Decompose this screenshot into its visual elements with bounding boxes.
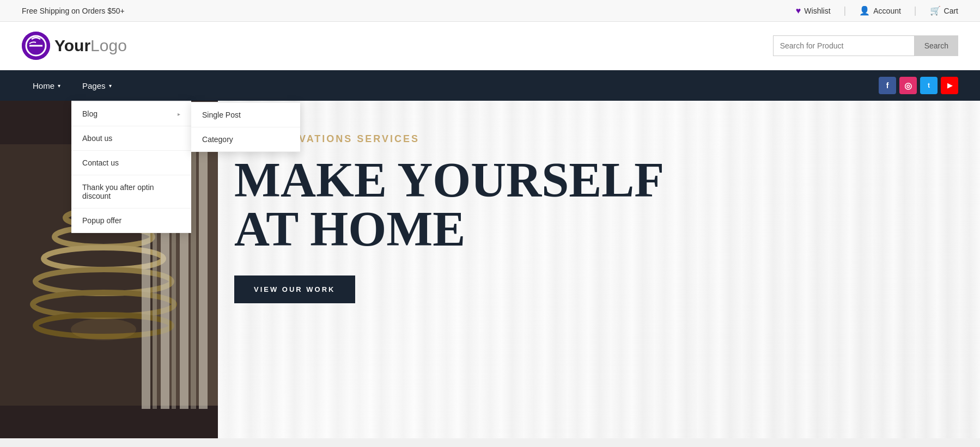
- shipping-notice: Free Shipping on Orders $50+: [22, 7, 125, 15]
- hero-title: MAKE YOURSELF AT HOME: [234, 156, 958, 254]
- dropdown-about-label: About us: [82, 134, 112, 143]
- logo-bold: Your: [54, 36, 90, 54]
- submenu-category[interactable]: Category: [191, 127, 300, 152]
- dropdown-popup-label: Popup offer: [82, 216, 121, 225]
- logo-svg: [22, 32, 50, 60]
- submenu-category-label: Category: [202, 135, 233, 144]
- svg-rect-23: [191, 137, 196, 409]
- svg-rect-24: [199, 137, 208, 409]
- dropdown-contact-label: Contact us: [82, 158, 119, 167]
- ig-letter: ◎: [904, 81, 912, 91]
- cart-icon: 🛒: [930, 5, 941, 16]
- dropdown-item-contact[interactable]: Contact us: [71, 151, 191, 175]
- social-icons: f ◎ t ▶: [879, 77, 958, 94]
- svg-point-15: [71, 319, 136, 340]
- search-button[interactable]: Search: [915, 35, 958, 56]
- pages-chevron-icon: ▾: [109, 83, 112, 89]
- logo-text: YourLogo: [54, 36, 127, 55]
- wishlist-label: Wishlist: [804, 7, 830, 15]
- dropdown-item-thankyou[interactable]: Thank you after optin discount: [71, 175, 191, 209]
- submenu-single-post-label: Single Post: [202, 111, 241, 119]
- submenu-single-post[interactable]: Single Post: [191, 103, 300, 127]
- yt-icon: ▶: [947, 82, 952, 89]
- hero-title-line1: MAKE YOURSELF: [234, 156, 958, 205]
- nav-pages[interactable]: Pages ▾ Blog ▸ Single Post Category: [71, 70, 123, 101]
- nav-home-label: Home: [33, 81, 54, 90]
- cart-label: Cart: [944, 7, 958, 15]
- top-bar-actions: ♥ Wishlist | 👤 Account | 🛒 Cart: [796, 5, 958, 16]
- youtube-icon[interactable]: ▶: [941, 77, 958, 94]
- separator-2: |: [914, 5, 917, 16]
- dropdown-thankyou-label: Thank you after optin discount: [82, 183, 180, 200]
- facebook-icon[interactable]: f: [879, 77, 896, 94]
- logo[interactable]: YourLogo: [22, 32, 127, 60]
- dropdown-item-about[interactable]: About us: [71, 126, 191, 151]
- wishlist-link[interactable]: ♥ Wishlist: [796, 6, 831, 16]
- search-input[interactable]: [773, 35, 915, 56]
- site-header: YourLogo Search: [0, 22, 980, 70]
- account-label: Account: [873, 7, 901, 15]
- wishlist-icon: ♥: [796, 6, 801, 16]
- separator-1: |: [844, 5, 847, 16]
- hero-cta-button[interactable]: VIEW OUR WORK: [234, 275, 355, 303]
- hero-subtitle: DIVI RENOVATIONS SERVICES: [234, 133, 958, 145]
- dropdown-blog-label: Blog: [82, 109, 98, 118]
- dropdown-item-blog[interactable]: Blog ▸ Single Post Category: [71, 102, 191, 126]
- blog-submenu: Single Post Category: [191, 102, 300, 152]
- fb-letter: f: [886, 81, 889, 90]
- nav-home[interactable]: Home ▾: [22, 70, 71, 101]
- home-chevron-icon: ▾: [58, 83, 60, 89]
- navbar: Home ▾ Pages ▾ Blog ▸ Single Post: [0, 70, 980, 101]
- svg-rect-16: [0, 406, 218, 438]
- hero-content: DIVI RENOVATIONS SERVICES MAKE YOURSELF …: [234, 133, 958, 303]
- top-bar: Free Shipping on Orders $50+ ♥ Wishlist …: [0, 0, 980, 22]
- blog-chevron-icon: ▸: [178, 111, 180, 117]
- pages-dropdown: Blog ▸ Single Post Category About us: [71, 101, 191, 233]
- account-icon: 👤: [859, 5, 870, 16]
- logo-icon: [22, 32, 50, 60]
- twitter-icon[interactable]: t: [920, 77, 938, 94]
- nav-pages-label: Pages: [82, 81, 106, 90]
- cart-link[interactable]: 🛒 Cart: [930, 5, 958, 16]
- logo-light: Logo: [90, 36, 127, 54]
- account-link[interactable]: 👤 Account: [859, 5, 901, 16]
- tw-letter: t: [928, 82, 930, 89]
- instagram-icon[interactable]: ◎: [899, 77, 917, 94]
- search-area: Search: [773, 35, 958, 56]
- nav-items: Home ▾ Pages ▾ Blog ▸ Single Post: [22, 70, 123, 101]
- hero-title-line2: AT HOME: [234, 205, 958, 254]
- dropdown-item-popup[interactable]: Popup offer: [71, 209, 191, 233]
